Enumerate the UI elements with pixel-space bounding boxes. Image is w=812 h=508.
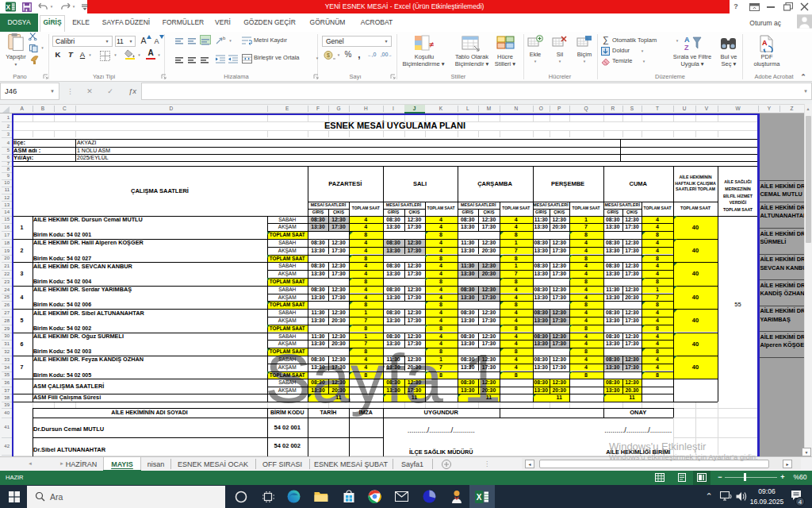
svg-text:A: A <box>762 39 768 47</box>
svg-text:X: X <box>477 493 482 502</box>
svg-text:≠: ≠ <box>429 40 434 49</box>
svg-text:b: b <box>223 36 226 40</box>
svg-text:$: $ <box>327 52 330 58</box>
svg-text:X: X <box>6 3 10 11</box>
svg-text:Z: Z <box>684 44 689 52</box>
svg-text:A: A <box>684 36 690 44</box>
